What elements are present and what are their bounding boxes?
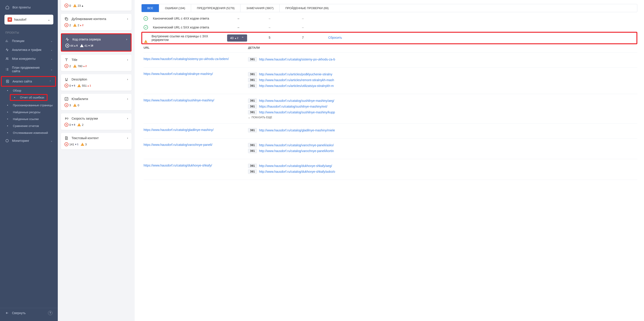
tab-notices[interactable]: ЗАМЕЧАНИЯ (3907) <box>240 4 280 12</box>
project-selector[interactable]: H hausdorf ⌄ <box>4 15 53 24</box>
svg-rect-5 <box>66 18 68 20</box>
nav-site-analysis[interactable]: Анализ сайта ⌃ <box>2 77 55 86</box>
dot-icon: • <box>5 110 10 114</box>
sub-crawled-pages[interactable]: •Просканированные страницы <box>5 102 58 109</box>
dot-icon: • <box>12 96 17 99</box>
issue-label: Внутренние ссылки на страницы с 3XX реди… <box>152 34 220 42</box>
sub-found-links[interactable]: •Найденные ссылки <box>5 116 58 122</box>
detail-line: 301http://www.hausdorf.ru/catalog/dukhov… <box>248 170 637 174</box>
detail-link[interactable]: http://www.hausdorf.ru/catalog/varochnye… <box>259 149 334 153</box>
url-link[interactable]: https://www.hausdorf.ru/catalog/gladilny… <box>144 128 214 132</box>
sub-label: Сравнение отчетов <box>13 124 39 128</box>
help-icon[interactable]: ? <box>48 311 52 315</box>
status-code-badge: 301 <box>248 110 257 114</box>
warn-icon <box>81 143 84 146</box>
detail-link[interactable]: http://www.hausdorf.ru/articles/utilizat… <box>259 84 334 88</box>
sub-label: Обзор <box>13 89 21 92</box>
nav-monitoring[interactable]: Мониторинг ⌄ <box>0 136 58 145</box>
nav-label: План продвижения сайта <box>12 66 48 73</box>
tab-errors[interactable]: ОШИБКИ (194) <box>159 4 191 12</box>
count-badge[interactable]: 40▴ 2⌃ <box>227 34 247 42</box>
detail-link[interactable]: http://www.hausdorf.ru/catalog/sushilnye… <box>259 99 334 102</box>
url-column-header: URL <box>144 46 248 49</box>
category-partial[interactable]: ✕0 23 ▴ <box>61 0 132 11</box>
nav-competitors[interactable]: Мои конкуренты ⌄ <box>0 54 58 63</box>
table-row: https://www.hausdorf.ru/catalog/sistemy-… <box>144 53 637 68</box>
speed-icon <box>64 116 68 120</box>
detail-link[interactable]: http://www.hausdorf.ru/articles/remont-s… <box>259 78 334 82</box>
warn-icon <box>77 123 81 126</box>
collapse-label: Свернуть <box>12 311 26 315</box>
delta: ▴ 2 <box>83 65 87 68</box>
detail-line: 301http://www.hausdorf.ru/catalog/sushil… <box>248 110 637 114</box>
detail-line: 301https://hausdorf.ru/catalog/sushilnye… <box>248 104 637 109</box>
category-server-response[interactable]: Код ответа сервера › ✕44▴ 6 41▾ 18 <box>62 34 131 51</box>
chevron-right-icon: › <box>127 17 128 20</box>
nav-promo-plan[interactable]: План продвижения сайта ⌄ <box>0 63 58 76</box>
error-icon: ✕ <box>64 23 68 27</box>
tab-passed[interactable]: ПРОЙДЕННЫЕ ПРОВЕРКИ (69) <box>280 4 334 12</box>
chevron-right-icon: › <box>126 38 127 41</box>
all-projects-link[interactable]: Все проекты <box>0 3 58 12</box>
category-speed[interactable]: Скорость загрузки › ✕0▾ 8 2 <box>61 113 132 130</box>
warn-icon <box>73 4 77 7</box>
detail-link[interactable]: http://www.hausdorf.ru/catalog/sistemy-p… <box>259 58 335 61</box>
home-icon <box>5 5 9 9</box>
delta: ▴ 1 <box>88 84 91 87</box>
reset-link[interactable]: Сбросить <box>322 36 348 39</box>
sub-track-changes[interactable]: •Отслеживание изменений <box>5 130 58 136</box>
show-more-button[interactable]: ⌄ ПОКАЗАТЬ ЕЩЕ <box>248 116 637 119</box>
nav-positions[interactable]: Позиции ⌄ <box>0 36 58 45</box>
table-row: https://www.hausdorf.ru/catalog/stiralny… <box>144 68 637 94</box>
sub-overview[interactable]: •Обзор <box>5 87 58 94</box>
sub-compare-reports[interactable]: •Сравнение отчетов <box>5 122 58 130</box>
nav-analytics[interactable]: Аналитика и трафик ⌄ <box>0 45 58 54</box>
warn-count: 551 <box>82 84 87 87</box>
delta: ▾ 1 <box>75 143 78 146</box>
url-link[interactable]: https://www.hausdorf.ru/catalog/stiralny… <box>144 72 213 76</box>
table-row: https://www.hausdorf.ru/catalog/dukhovye… <box>144 159 637 180</box>
highlight-server-response: Код ответа сервера › ✕44▴ 6 41▾ 18 <box>61 33 132 52</box>
url-link[interactable]: https://www.hausdorf.ru/catalog/sushilny… <box>144 98 214 102</box>
category-text-content[interactable]: Текстовый контент › ✕141▾ 1 3 <box>61 133 132 150</box>
detail-link[interactable]: https://hausdorf.ru/catalog/sushilnye-ma… <box>259 105 327 108</box>
tab-all[interactable]: ВСЕ <box>142 4 159 12</box>
error-icon: ✕ <box>64 123 68 127</box>
cat-title: Код ответа сервера <box>72 38 101 41</box>
error-icon: ✕ <box>64 103 68 107</box>
sub-label: Найденные ссылки <box>13 117 39 121</box>
tab-warnings[interactable]: ПРЕДУПРЕЖДЕНИЯ (5279) <box>191 4 240 12</box>
check-icon: ✓ <box>144 16 148 21</box>
category-description[interactable]: Description › ✕0▾ 6 551▴ 1 <box>61 74 132 91</box>
highlight-site-analysis: Анализ сайта ⌃ <box>1 76 56 87</box>
category-duplication[interactable]: Дублирование контента › ✕2 2▴ 2 <box>61 14 132 30</box>
status-code-badge: 301 <box>248 164 257 168</box>
detail-link[interactable]: http://www.hausdorf.ru/catalog/sushilnye… <box>259 110 335 114</box>
chevron-right-icon: › <box>127 136 128 140</box>
dot-icon: • <box>5 117 10 121</box>
status-code-badge: 301 <box>248 72 257 76</box>
detail-link[interactable]: http://www.hausdorf.ru/articles/podklyuc… <box>259 72 332 76</box>
url-link[interactable]: https://www.hausdorf.ru/catalog/varochny… <box>144 143 212 146</box>
collapse-sidebar[interactable]: Свернуть ? <box>0 308 58 318</box>
sub-error-report[interactable]: •Отчет об ошибках <box>11 95 47 100</box>
error-icon: ✕ <box>64 142 68 146</box>
svg-point-1 <box>8 58 8 58</box>
projects-section-label: ПРОЕКТЫ <box>0 29 58 36</box>
detail-link[interactable]: http://www.hausdorf.ru/catalog/varochnye… <box>259 144 334 147</box>
issue-canonical-4xx[interactable]: ✓ Канонический URL с 4XX кодом ответа – … <box>144 14 637 23</box>
url-link[interactable]: https://www.hausdorf.ru/catalog/dukhovye… <box>144 164 212 167</box>
detail-link[interactable]: http://www.hausdorf.ru/catalog/dukhovye-… <box>259 164 332 168</box>
issue-label: Канонический URL с 5XX кодом ответа <box>153 26 222 29</box>
sub-found-resources[interactable]: •Найденные ресурсы <box>5 109 58 116</box>
detail-link[interactable]: http://www.hausdorf.ru/catalog/gladilnye… <box>259 128 335 132</box>
url-link[interactable]: https://www.hausdorf.ru/catalog/sistemy-… <box>144 57 229 61</box>
detail-link[interactable]: http://www.hausdorf.ru/catalog/dukhovye-… <box>259 170 335 174</box>
detail-line: 301http://www.hausdorf.ru/articles/podkl… <box>248 72 637 76</box>
warn-count: 2 <box>78 24 79 27</box>
issue-canonical-5xx[interactable]: ✓ Канонический URL с 5XX кодом ответа – … <box>144 23 637 32</box>
category-usability[interactable]: Юзабилити › ✕3 0 <box>61 94 132 110</box>
category-title[interactable]: Title › ✕2 780▴ 2 <box>61 55 132 71</box>
warn-count: 0 <box>78 104 79 107</box>
project-icon: H <box>8 17 12 22</box>
